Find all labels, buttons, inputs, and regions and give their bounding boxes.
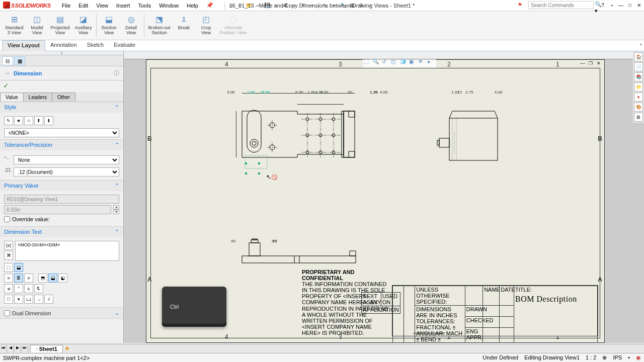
- style-btn-5[interactable]: ⬇: [44, 116, 53, 125]
- search-commands-input[interactable]: [528, 1, 594, 9]
- taskpane-appearance-icon[interactable]: 🎨: [634, 103, 643, 112]
- collapse-icon[interactable]: ⌃: [115, 142, 119, 148]
- dim-value-selected[interactable]: 1.00: [247, 90, 255, 95]
- value-decrement[interactable]: ▾: [113, 210, 119, 214]
- tab-evaluate[interactable]: Evaluate: [109, 40, 140, 51]
- dim-value[interactable]: .50: [230, 239, 235, 243]
- dropdown-icon[interactable]: ▾: [608, 1, 616, 9]
- sym-centerline-icon[interactable]: ℄: [34, 284, 43, 293]
- tolerance-type-select[interactable]: None: [14, 155, 119, 164]
- sheet-nav-next[interactable]: ▶: [14, 345, 21, 352]
- menu-pin-icon[interactable]: 📌: [202, 1, 217, 10]
- expand-icon[interactable]: ⌄: [115, 310, 119, 316]
- ribbon-detail-view[interactable]: ◎Detail View: [121, 12, 142, 39]
- dim-value[interactable]: 1.00: [307, 90, 315, 95]
- drawing-view-top[interactable]: 8.50 4.50 3.00 1.25 4.00 1.28 1.00 1.00 …: [227, 90, 368, 170]
- add-sheet-button[interactable]: ✸: [65, 345, 73, 352]
- collapse-icon[interactable]: ⌃: [115, 183, 119, 189]
- taskpane-explorer-icon[interactable]: 📁: [634, 82, 643, 92]
- style-select[interactable]: <NONE>: [4, 128, 119, 137]
- vp-appear-icon[interactable]: ●: [427, 59, 435, 67]
- style-btn-3[interactable]: ☆: [24, 116, 33, 125]
- ribbon-collapse-icon[interactable]: ▾: [638, 40, 644, 51]
- ribbon-model-view[interactable]: ◫Model View: [27, 12, 48, 39]
- align-top-icon[interactable]: ⬒: [38, 274, 47, 283]
- sym-diameter-icon[interactable]: ⌀: [4, 284, 13, 293]
- menu-help[interactable]: Help: [183, 1, 202, 10]
- section-tolerance-head[interactable]: Tolerance/Precision: [4, 142, 52, 148]
- ribbon-break[interactable]: ⫫Break: [174, 12, 195, 39]
- value-increment[interactable]: ▴: [113, 205, 119, 210]
- justify-right-icon[interactable]: ≡: [24, 274, 33, 283]
- subtab-other[interactable]: Other: [52, 93, 75, 102]
- menu-tools[interactable]: Tools: [134, 1, 155, 10]
- close-icon[interactable]: ✕: [635, 1, 643, 9]
- dim-value[interactable]: .50: [271, 239, 277, 243]
- menu-view[interactable]: View: [92, 1, 112, 10]
- sym-surface-icon[interactable]: √: [44, 295, 53, 304]
- collapse-icon[interactable]: ⌃: [115, 229, 119, 235]
- drawing-view-front[interactable]: .63 .50 .50: [227, 239, 368, 269]
- align-mid-icon[interactable]: ⬓: [48, 274, 57, 283]
- taskpane-home-icon[interactable]: 🏠: [634, 52, 643, 61]
- help-icon[interactable]: ?: [599, 1, 607, 9]
- vp-zoom-area-icon[interactable]: 🔍: [373, 59, 381, 67]
- precision-select[interactable]: .12 (Document): [14, 167, 119, 176]
- text-above-icon[interactable]: ⬚: [4, 263, 13, 272]
- status-menu-icon[interactable]: •: [628, 354, 630, 361]
- text-insert-icon[interactable]: (x): [4, 241, 13, 250]
- sym-square-icon[interactable]: □: [4, 295, 13, 304]
- override-value-check[interactable]: Override value:: [4, 216, 119, 222]
- section-style-head[interactable]: Style: [4, 104, 16, 111]
- taskpane-palette-icon[interactable]: ●: [634, 93, 643, 102]
- pp-tab-property-manager-icon[interactable]: ▦: [14, 56, 25, 65]
- dim-value[interactable]: 4.00: [495, 90, 503, 95]
- primary-value-field[interactable]: [4, 205, 111, 214]
- sym-depth-icon[interactable]: ⌴: [24, 295, 33, 304]
- taskpane-resources-icon[interactable]: 📄: [634, 62, 643, 71]
- vp-display-icon[interactable]: ▣: [409, 59, 417, 67]
- sym-pm-icon[interactable]: ±: [24, 284, 33, 293]
- vp-zoom-fit-icon[interactable]: ⛶: [364, 59, 372, 67]
- dim-value-selected[interactable]: Ø.50: [261, 90, 270, 95]
- dim-value[interactable]: .72: [456, 90, 462, 95]
- status-scale[interactable]: 1 : 2: [586, 354, 596, 361]
- tab-view-layout[interactable]: View Layout: [2, 40, 45, 51]
- menu-file[interactable]: File: [58, 1, 75, 10]
- menu-edit[interactable]: Edit: [74, 1, 92, 10]
- sym-more-icon[interactable]: ▾: [14, 295, 23, 304]
- section-primary-value-head[interactable]: Primary Value: [4, 183, 38, 189]
- doc-restore-icon[interactable]: ❐: [587, 60, 594, 67]
- menu-insert[interactable]: Insert: [112, 1, 134, 10]
- menu-window[interactable]: Window: [155, 1, 183, 10]
- status-record-icon[interactable]: ◉: [636, 354, 641, 361]
- dim-value[interactable]: .50: [347, 90, 352, 95]
- maximize-icon[interactable]: □: [626, 1, 634, 9]
- vp-orient-icon[interactable]: 🧊: [400, 59, 408, 67]
- sheet-tab[interactable]: ▫ Sheet1: [30, 345, 63, 352]
- taskpane-custom-icon[interactable]: ⊞: [634, 113, 643, 122]
- status-units[interactable]: IPS: [613, 354, 622, 361]
- dim-value[interactable]: 8.50: [295, 90, 303, 95]
- dim-value[interactable]: 4.00: [380, 90, 388, 95]
- section-dimension-text-head[interactable]: Dimension Text: [4, 229, 42, 235]
- justify-center-icon[interactable]: ≣: [14, 274, 23, 283]
- drawing-view-right[interactable]: 1.03 .72 2.75 4.00: [430, 90, 511, 165]
- pp-tab-feature-tree-icon[interactable]: ⊟: [2, 56, 13, 65]
- ribbon-standard-3view[interactable]: ⊞Standard 3 View: [3, 12, 26, 39]
- style-btn-4[interactable]: ⬆: [34, 116, 43, 125]
- doc-close-icon[interactable]: ✕: [595, 60, 602, 67]
- ribbon-auxiliary-view[interactable]: ◪Auxiliary View: [73, 12, 94, 39]
- minimize-icon[interactable]: —: [617, 1, 625, 9]
- sheet-nav-first[interactable]: ⏮: [0, 345, 7, 352]
- vp-hide-icon[interactable]: 👁: [418, 59, 426, 67]
- status-coord-icon[interactable]: ⊕: [602, 354, 607, 361]
- style-btn-2[interactable]: ★: [14, 116, 23, 125]
- vp-prev-icon[interactable]: ↺: [382, 59, 390, 67]
- subtab-value[interactable]: Value: [0, 93, 24, 102]
- ribbon-section-view[interactable]: ⬓Section View: [99, 12, 120, 39]
- dim-value[interactable]: 1.00: [320, 90, 329, 95]
- justify-left-icon[interactable]: ≡: [4, 274, 13, 283]
- ribbon-broken-out-section[interactable]: ⬔Broken-out Section: [146, 12, 173, 39]
- sym-csink-icon[interactable]: ⌵: [34, 295, 43, 304]
